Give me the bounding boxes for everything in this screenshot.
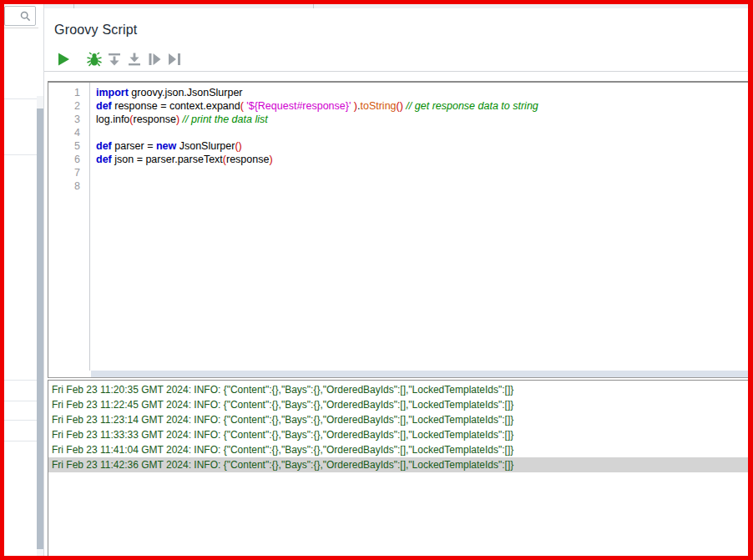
line-number: 8 bbox=[48, 179, 89, 193]
log-row[interactable]: Fri Feb 23 11:42:36 GMT 2024: INFO: {"Co… bbox=[48, 457, 748, 472]
log-row[interactable]: Fri Feb 23 11:20:35 GMT 2024: INFO: {"Co… bbox=[48, 382, 748, 397]
sidebar-row-divider bbox=[4, 401, 37, 401]
editor-header: Groovy Script bbox=[44, 8, 748, 75]
groovy-code-editor[interactable]: 12345678 import groovy.json.JsonSlurperd… bbox=[48, 81, 748, 378]
resume-button[interactable] bbox=[145, 49, 164, 69]
toolbar bbox=[53, 48, 184, 70]
debug-button[interactable] bbox=[85, 49, 104, 69]
step-into-button[interactable] bbox=[105, 49, 124, 69]
bug-icon bbox=[86, 51, 103, 68]
page-title: Groovy Script bbox=[54, 23, 138, 38]
groovy-script-window: Groovy Script bbox=[0, 0, 753, 560]
code-area[interactable]: import groovy.json.JsonSlurperdef respon… bbox=[91, 83, 748, 371]
line-number: 4 bbox=[48, 126, 89, 139]
step-over-button[interactable] bbox=[125, 49, 144, 69]
main-panel: Groovy Script bbox=[44, 4, 748, 556]
code-line[interactable] bbox=[96, 179, 748, 193]
line-number: 7 bbox=[48, 166, 89, 179]
line-number: 3 bbox=[48, 113, 89, 126]
line-number-gutter: 12345678 bbox=[48, 83, 90, 371]
code-line[interactable]: import groovy.json.JsonSlurper bbox=[96, 86, 748, 99]
sidebar-scrollbar-thumb[interactable] bbox=[37, 108, 43, 549]
sidebar-row-divider bbox=[4, 380, 37, 381]
code-line[interactable] bbox=[96, 166, 748, 179]
run-button[interactable] bbox=[54, 49, 73, 69]
sidebar-row-divider bbox=[4, 420, 37, 421]
line-number: 6 bbox=[48, 153, 89, 166]
search-input[interactable] bbox=[4, 6, 36, 26]
run-to-end-button[interactable] bbox=[165, 49, 184, 69]
code-line[interactable]: def response = context.expand( '${Reques… bbox=[96, 99, 748, 113]
code-line[interactable]: log.info(response) // print the data lis… bbox=[96, 113, 748, 126]
line-number: 5 bbox=[48, 139, 89, 153]
code-line[interactable]: def json = parser.parseText(response) bbox=[96, 153, 748, 166]
line-number: 2 bbox=[48, 99, 89, 113]
code-line[interactable]: def parser = new JsonSlurper() bbox=[96, 139, 748, 153]
sidebar-divider bbox=[4, 28, 38, 28]
search-icon bbox=[20, 11, 31, 22]
arrow-down-from-bar-icon bbox=[106, 51, 123, 68]
sidebar-divider bbox=[4, 154, 37, 155]
play-with-right-bar-icon bbox=[166, 51, 183, 68]
log-row[interactable]: Fri Feb 23 11:33:33 GMT 2024: INFO: {"Co… bbox=[48, 427, 748, 442]
sidebar-row-divider bbox=[4, 441, 37, 441]
log-row[interactable]: Fri Feb 23 11:41:04 GMT 2024: INFO: {"Co… bbox=[48, 442, 748, 457]
log-panel[interactable]: Fri Feb 23 11:20:35 GMT 2024: INFO: {"Co… bbox=[48, 380, 748, 556]
editor-horizontal-scrollbar[interactable] bbox=[91, 371, 748, 377]
play-with-left-bar-icon bbox=[146, 51, 163, 68]
sidebar-divider bbox=[4, 98, 37, 99]
arrow-down-to-bar-icon bbox=[126, 51, 143, 68]
log-row[interactable]: Fri Feb 23 11:22:45 GMT 2024: INFO: {"Co… bbox=[48, 397, 748, 412]
code-line[interactable] bbox=[96, 126, 748, 139]
line-number: 1 bbox=[48, 86, 89, 99]
header-divider bbox=[44, 71, 748, 72]
log-row[interactable]: Fri Feb 23 11:23:14 GMT 2024: INFO: {"Co… bbox=[48, 412, 748, 427]
sidebar bbox=[4, 4, 44, 556]
play-icon bbox=[55, 51, 72, 68]
